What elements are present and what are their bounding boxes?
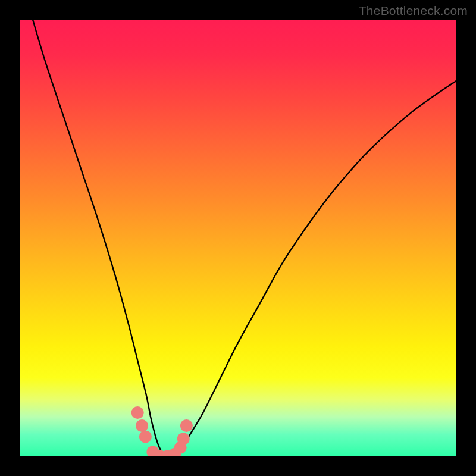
highlight-dot [139, 430, 152, 443]
highlight-dots-group [131, 406, 193, 456]
chart-svg [20, 20, 456, 456]
plot-area [20, 20, 456, 456]
main-curve-path [33, 20, 456, 456]
highlight-dot [180, 419, 193, 432]
highlight-dot [177, 433, 190, 445]
highlight-dot [136, 419, 148, 432]
highlight-dot [131, 406, 144, 419]
watermark-text: TheBottleneck.com [359, 4, 468, 18]
